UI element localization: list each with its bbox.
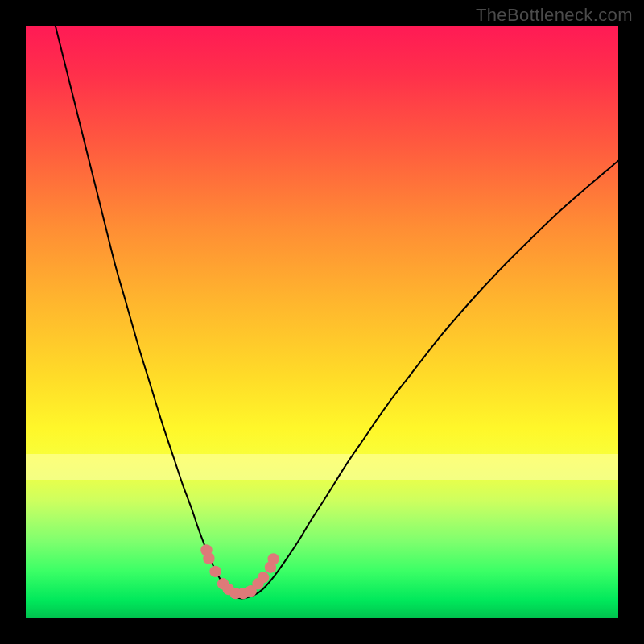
curve-layer <box>26 26 618 618</box>
chart-frame: TheBottleneck.com <box>0 0 644 644</box>
watermark-text: TheBottleneck.com <box>476 5 633 26</box>
bead <box>267 553 279 564</box>
plot-area <box>26 26 618 618</box>
bead <box>258 572 269 583</box>
bottleneck-curve <box>56 26 618 598</box>
curve-beads <box>200 544 279 599</box>
bead <box>209 566 221 577</box>
bead <box>203 552 214 564</box>
